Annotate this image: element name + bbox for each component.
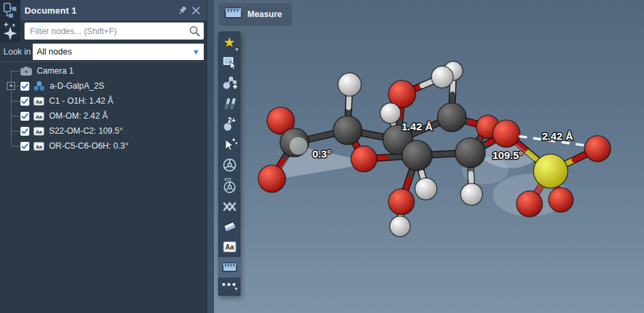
document-view-icon[interactable]	[0, 0, 20, 20]
edit-toolbar: ★▼2+XYZAa●●●▼	[218, 31, 241, 296]
atom-C[interactable]	[455, 138, 485, 168]
atom-S[interactable]	[534, 154, 568, 188]
atom-O[interactable]	[388, 189, 414, 215]
panel-titlebar: Document 1	[20, 0, 206, 20]
star-icon: ★	[224, 35, 236, 49]
look-in-row: Look in All nodes ▼	[0, 42, 206, 62]
svg-text:Aa: Aa	[35, 128, 42, 134]
look-in-label: Look in	[3, 47, 33, 57]
tree-guide-stub	[12, 86, 20, 87]
svg-text:2+: 2+	[228, 117, 236, 124]
tree-guide-stub	[12, 101, 20, 102]
tree-item-label: a-D-GalpA_2S	[50, 81, 104, 91]
tree-item-s22-om-c2-109-5[interactable]: AaS22-OM-C2: 109.5°	[0, 123, 206, 138]
tree-item-camera-1[interactable]: Camera 1	[0, 63, 206, 78]
atom-O[interactable]	[351, 146, 377, 172]
label-icon: Aa	[33, 142, 44, 151]
tree-guide-stub	[12, 146, 20, 147]
tree-item-c1-o1h-1-42[interactable]: AaC1 - O1H: 1.42 Å	[0, 93, 206, 108]
measurement-label: 0.3°	[312, 148, 331, 160]
tree-item-om-om-2-42[interactable]: AaOM-OM: 2.42 Å	[0, 108, 206, 123]
application-window: Document 1	[0, 0, 644, 313]
svg-text:Aa: Aa	[225, 243, 234, 251]
add-atoms-icon	[222, 76, 237, 91]
atom-C[interactable]	[333, 116, 362, 145]
measure-button-label: Measure	[247, 10, 282, 19]
node-visibility-checkbox[interactable]	[20, 97, 29, 106]
chevron-down-icon: ▼	[192, 48, 200, 56]
select-icon	[222, 55, 237, 70]
more-tools-button[interactable]: ●●●▼	[218, 278, 241, 295]
measure-button[interactable]: Measure	[219, 3, 291, 25]
rotate-tool-button[interactable]	[218, 155, 241, 175]
bonds-icon	[222, 96, 237, 111]
chevron-down-icon: ▼	[234, 47, 239, 52]
atom-O[interactable]	[493, 120, 520, 147]
viewport-3d[interactable]: 0.3°1.42 Å109.5°2.42 Å Measure ★▼2+XYZAa…	[214, 0, 644, 313]
label-icon: Aa	[33, 127, 44, 136]
twist-tool-button[interactable]	[218, 196, 241, 216]
svg-text:Aa: Aa	[35, 113, 42, 119]
atom-C[interactable]	[438, 103, 466, 132]
xyz-wheel-icon: XYZ	[222, 177, 237, 194]
selection-tool-button[interactable]	[218, 53, 241, 73]
node-visibility-checkbox[interactable]	[20, 127, 29, 136]
measurement-wedge	[290, 137, 307, 155]
atom-O[interactable]	[517, 191, 542, 217]
panel-scrollbar[interactable]	[206, 0, 214, 313]
atom-O[interactable]	[258, 165, 286, 192]
pin-panel-button[interactable]	[175, 3, 189, 17]
tree-item-or-c5-c6-o6h-0-3[interactable]: AaOR-C5-C6-O6H: 0.3°	[0, 138, 206, 153]
look-in-dropdown[interactable]: All nodes ▼	[33, 44, 204, 60]
atom-H[interactable]	[431, 66, 453, 88]
atom-O[interactable]	[585, 136, 611, 162]
label-box-icon: Aa	[222, 240, 237, 254]
label-icon: Aa	[33, 112, 44, 121]
atom-H[interactable]	[390, 216, 410, 237]
translate-tool-button[interactable]: XYZ	[218, 175, 241, 196]
node-visibility-checkbox[interactable]	[20, 82, 29, 91]
atom-O[interactable]	[549, 188, 573, 212]
add-atoms-tool-button[interactable]	[218, 73, 241, 93]
label-tool-button[interactable]: Aa	[218, 237, 241, 257]
molecule-icon	[33, 80, 45, 91]
tree-item-label: Camera 1	[37, 66, 74, 76]
tree-item-a-d-galpa-2s[interactable]: a-D-GalpA_2S	[0, 78, 206, 93]
svg-text:XYZ: XYZ	[224, 177, 231, 181]
atom-C[interactable]	[402, 140, 432, 170]
tree-item-label: S22-OM-C2: 109.5°	[49, 126, 123, 136]
sparkles-icon[interactable]	[0, 20, 20, 41]
look-in-value: All nodes	[37, 47, 192, 57]
measure-tool-button[interactable]	[218, 257, 241, 278]
label-icon: Aa	[33, 97, 44, 106]
search-icon[interactable]	[188, 25, 201, 40]
wedge-layer-front	[290, 137, 307, 155]
node-visibility-checkbox[interactable]	[20, 112, 29, 121]
camera-icon	[20, 66, 32, 76]
charge-icon: 2+	[222, 117, 237, 132]
move-tool-button[interactable]	[218, 134, 241, 155]
rotate-wheel-icon	[222, 158, 237, 173]
chevron-down-icon: ▼	[234, 287, 239, 291]
left-icon-rail	[0, 0, 20, 42]
panel-title: Document 1	[25, 5, 175, 16]
atom-H[interactable]	[338, 73, 361, 96]
ruler-icon	[224, 5, 243, 23]
atom-H[interactable]	[461, 183, 482, 205]
measurement-label: 109.5°	[493, 149, 523, 161]
close-panel-button[interactable]	[189, 3, 202, 17]
atom-H[interactable]	[380, 103, 401, 123]
measurement-label: 1.42 Å	[401, 121, 433, 132]
node-visibility-checkbox[interactable]	[20, 142, 29, 151]
bond-tool-button[interactable]	[218, 93, 241, 114]
svg-text:Aa: Aa	[35, 98, 42, 104]
charge-tool-button[interactable]: 2+	[218, 114, 241, 134]
visual-presets-button[interactable]: ★▼	[218, 32, 241, 53]
filter-nodes-input[interactable]	[25, 23, 204, 40]
erase-tool-button[interactable]	[218, 216, 241, 237]
tree-guide-stub	[12, 131, 20, 132]
atom-H[interactable]	[415, 178, 437, 200]
tree-section: Camera 1+a-D-GalpA_2SAaC1 - O1H: 1.42 ÅA…	[0, 62, 206, 313]
tree-item-label: OM-OM: 2.42 Å	[49, 111, 108, 121]
molecule-3d-view[interactable]: 0.3°1.42 Å109.5°2.42 Å	[214, 0, 644, 313]
